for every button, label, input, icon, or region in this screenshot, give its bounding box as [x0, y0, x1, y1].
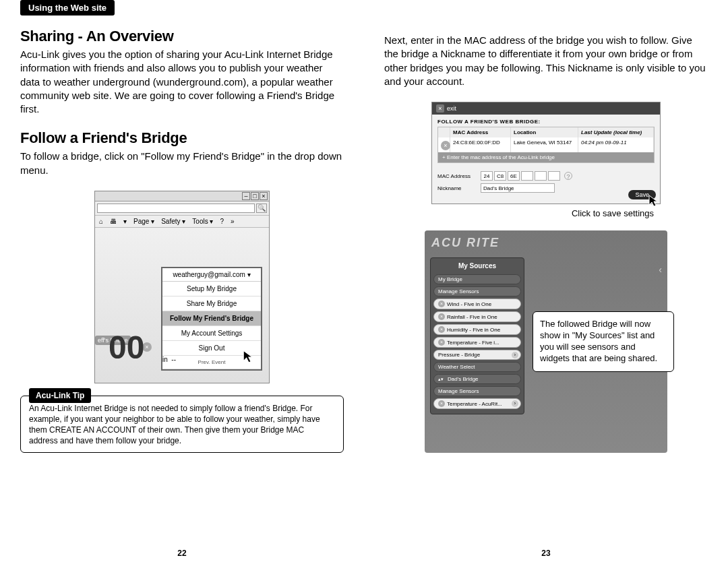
scroll-chevron-icon[interactable]: ‹: [659, 264, 662, 275]
label-mac-address: MAC Address: [437, 173, 481, 179]
toolbar-safety[interactable]: Safety ▾: [161, 218, 185, 225]
source-weather-select[interactable]: Weather Select: [433, 362, 521, 372]
browser-toolbar: ⌂ 🖶 ▾ Page ▾ Safety ▾ Tools ▾ ? »: [95, 216, 269, 228]
page-right: Next, enter in the MAC address of the br…: [364, 0, 728, 562]
heading-follow-friends-bridge: Follow a Friend's Bridge: [20, 129, 344, 147]
table-row: × 24:C8:6E:00:0F:DD Lake Geneva, WI 5314…: [438, 137, 654, 152]
nickname-input[interactable]: Dad's Bridge: [481, 183, 555, 193]
home-icon[interactable]: ⌂: [99, 218, 103, 225]
cell-mac: 24:C8:6E:00:0F:DD: [450, 137, 511, 152]
search-icon[interactable]: 🔍: [256, 204, 267, 213]
col-mac: MAC Address: [450, 127, 511, 137]
label-nickname: Nickname: [437, 185, 481, 191]
section-header-tab: Using the Web site: [20, 0, 115, 15]
maximize-icon: □: [251, 192, 259, 200]
account-email: weatherguy@gmail.com ▾: [162, 268, 261, 282]
source-dads-bridge[interactable]: ▴▾Dad's Bridge: [433, 374, 521, 384]
window-controls: –□×: [95, 191, 269, 201]
source-wind[interactable]: ×Wind - Five in One: [433, 299, 521, 309]
arrow-icon[interactable]: ›: [512, 352, 518, 358]
my-sources-panel: My Sources My Bridge Manage Sensors ×Win…: [430, 257, 524, 414]
tip-label: Acu-Link Tip: [29, 388, 91, 403]
remove-row-icon[interactable]: ×: [441, 141, 450, 150]
dialog-header: FOLLOW A FRIEND'S WEB BRIDGE:: [432, 115, 660, 127]
toolbar-tools[interactable]: Tools ▾: [192, 218, 213, 225]
paragraph-mac-nickname: Next, enter in the MAC address of the br…: [384, 34, 708, 88]
remove-icon[interactable]: ×: [438, 301, 445, 307]
mac-input-5[interactable]: [535, 171, 547, 181]
url-input[interactable]: [97, 204, 255, 213]
close-icon[interactable]: ×: [436, 104, 444, 113]
screenshot-my-sources: ACU RITE My Sources My Bridge Manage Sen…: [425, 230, 667, 453]
source-temperature-2[interactable]: ×Temperature - AcuRit...›: [433, 398, 521, 409]
minimize-icon: –: [242, 192, 250, 200]
document-page-spread: Using the Web site Sharing - An Overview…: [0, 0, 728, 562]
tip-text: An Acu-Link Internet Bridge is not neede…: [29, 403, 335, 447]
close-icon: ×: [260, 192, 268, 200]
source-my-bridge[interactable]: My Bridge: [433, 274, 521, 284]
chevron-down-icon[interactable]: ▾: [247, 271, 251, 278]
callout-followed-bridge: The followed Bridge will now show in "My…: [533, 311, 674, 372]
col-last-update: Last Update (local time): [578, 127, 654, 137]
brand-logo: ACU RITE: [425, 230, 667, 255]
menu-setup-bridge[interactable]: Setup My Bridge: [162, 282, 261, 296]
menu-follow-friends-bridge[interactable]: Follow My Friend's Bridge: [162, 311, 261, 326]
gauge-unit: in --: [162, 356, 176, 363]
cell-last-update: 04:24 pm 09-09-11: [578, 137, 654, 152]
source-rainfall[interactable]: ×Rainfall - Five in One: [433, 311, 521, 322]
screenshot-dropdown-menu: –□× 🔍 ⌂ 🖶 ▾ Page ▾ Safety ▾ Tools ▾ ? » …: [94, 191, 270, 383]
menu-share-bridge[interactable]: Share My Bridge: [162, 296, 261, 311]
source-manage-sensors[interactable]: Manage Sensors: [433, 286, 521, 296]
arrow-icon[interactable]: ›: [512, 400, 518, 407]
page-left: Using the Web site Sharing - An Overview…: [0, 0, 364, 562]
paragraph-follow-instructions: To follow a bridge, click on "Follow my …: [20, 150, 344, 177]
caption-save-settings: Click to save settings: [384, 208, 654, 218]
paragraph-sharing-overview: Acu-Link gives you the option of sharing…: [20, 48, 344, 116]
mac-input-4[interactable]: [521, 171, 533, 181]
address-bar-row: 🔍: [95, 201, 269, 216]
mac-input-6[interactable]: [548, 171, 560, 181]
dialog-titlebar: ×exit: [432, 102, 660, 115]
remove-icon[interactable]: ×: [438, 326, 445, 333]
mac-input-1[interactable]: 24: [481, 171, 493, 181]
remove-icon[interactable]: ×: [438, 400, 445, 407]
mac-input-3[interactable]: 6E: [508, 171, 520, 181]
aculink-tip-box: Acu-Link Tip An Acu-Link Internet Bridge…: [20, 396, 344, 453]
mac-input-2[interactable]: C8: [494, 171, 506, 181]
source-pressure[interactable]: Pressure - Bridge›: [433, 350, 521, 360]
cursor-icon: [242, 349, 257, 364]
cell-location: Lake Geneva, WI 53147: [511, 137, 578, 152]
print-icon[interactable]: 🖶: [110, 218, 117, 225]
help-icon[interactable]: ?: [564, 172, 572, 180]
source-manage-sensors-2[interactable]: Manage Sensors: [433, 386, 521, 396]
col-location: Location: [511, 127, 578, 137]
add-bridge-row[interactable]: + Enter the mac address of the Acu-Link …: [438, 152, 654, 162]
panel-title: My Sources: [433, 261, 521, 272]
page-number-left: 22: [177, 549, 186, 558]
menu-account-settings[interactable]: My Account Settings: [162, 326, 261, 341]
bridges-table: MAC Address Location Last Update (local …: [437, 127, 655, 163]
help-icon[interactable]: ?: [220, 218, 224, 225]
page-number-right: 23: [541, 549, 550, 558]
cursor-icon: [648, 194, 661, 208]
screenshot-follow-bridge-form: ×exit FOLLOW A FRIEND'S WEB BRIDGE: MAC …: [431, 102, 661, 204]
gauge-value: 00: [109, 329, 144, 366]
source-humidity[interactable]: ×Humidity - Five in One: [433, 324, 521, 335]
remove-icon[interactable]: ×: [438, 313, 445, 320]
heading-sharing-overview: Sharing - An Overview: [20, 28, 344, 45]
toolbar-page[interactable]: Page ▾: [133, 218, 154, 225]
source-temperature[interactable]: ×Temperature - Five i...: [433, 337, 521, 348]
remove-icon[interactable]: ×: [438, 339, 445, 346]
